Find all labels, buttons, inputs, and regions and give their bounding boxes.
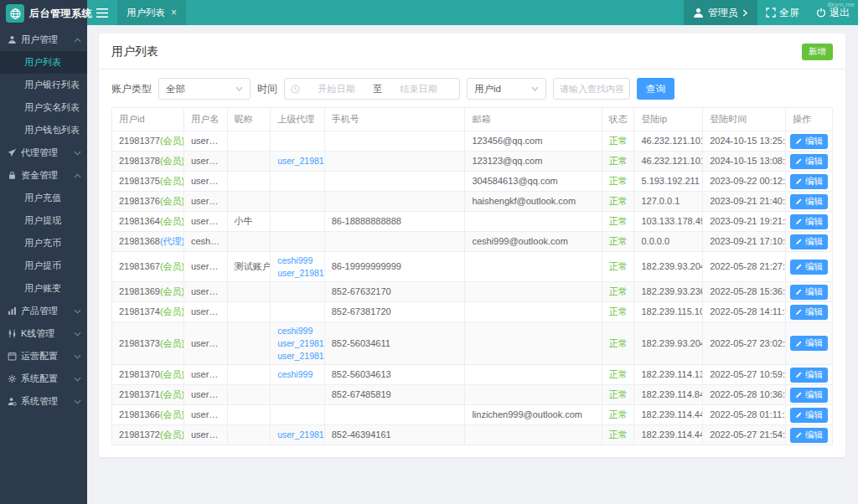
user-table-body: 21981377(会员)user_21981...123456@qq.com正常… <box>112 131 833 445</box>
sidebar-item-user-wallet-list[interactable]: 用户钱包列表 <box>0 119 87 141</box>
add-button[interactable]: 新增 <box>802 44 833 60</box>
page-title: 用户列表 <box>111 44 158 59</box>
agent-link[interactable]: user_21981367 <box>277 350 318 363</box>
cell-nickname: 小牛 <box>227 212 271 232</box>
status-badge: 正常 <box>609 156 628 166</box>
edit-button[interactable]: 编辑 <box>790 336 828 351</box>
fullscreen-button[interactable]: 全屏 <box>757 0 808 25</box>
close-icon[interactable]: × <box>171 8 177 18</box>
sidebar-item-user-deposit[interactable]: 用户充值 <box>0 187 87 209</box>
cell-phone: 852-67485819 <box>324 385 465 405</box>
sidebar-item-user-list[interactable]: 用户列表 <box>0 51 87 74</box>
cell-email: linzichen999@outlook.com <box>465 405 602 425</box>
search-field-select[interactable]: 用户id <box>467 78 546 100</box>
sidebar-item-system-management[interactable]: 系统管理 <box>0 390 87 413</box>
cell-parent-agent: ceshi999user_21981370user_21981367 <box>271 322 325 365</box>
sidebar-item-funds-management[interactable]: 资金管理 <box>0 164 87 187</box>
edit-button[interactable]: 编辑 <box>790 428 828 443</box>
sidebar-item-label: 产品管理 <box>21 305 70 317</box>
sidebar-item-user-account-change[interactable]: 用户账变 <box>0 277 87 300</box>
cell-username: user_21981... <box>184 282 228 302</box>
edit-button[interactable]: 编辑 <box>790 234 828 249</box>
sidebar-item-user-coin-deposit[interactable]: 用户充币 <box>0 232 87 255</box>
account-type-value: 全部 <box>166 83 185 95</box>
chevron-up-icon <box>74 173 81 178</box>
cell-username: user_21981... <box>184 131 228 152</box>
column-header: 手机号 <box>324 108 465 131</box>
account-type-select[interactable]: 全部 <box>158 78 251 100</box>
agent-link[interactable]: ceshi999 <box>277 255 318 267</box>
edit-button[interactable]: 编辑 <box>790 368 828 383</box>
admin-menu[interactable]: 管理员 <box>684 0 757 25</box>
cell-email: 304584613@qq.com <box>465 172 602 192</box>
time-label: 时间 <box>257 82 277 96</box>
cell-actions: 编辑 <box>786 282 833 302</box>
cell-username: user_21981... <box>184 252 228 282</box>
sidebar-item-user-management[interactable]: 用户管理 <box>0 28 87 51</box>
cell-nickname <box>227 385 271 405</box>
edit-button[interactable]: 编辑 <box>790 174 828 189</box>
cell-login-time: 2022-05-28 01:11:20 <box>703 405 786 425</box>
sidebar-item-label: 资金管理 <box>21 169 70 182</box>
sidebar-item-kline-management[interactable]: K线管理 <box>0 322 87 345</box>
cell-login-time: 2022-05-27 21:54:20 <box>703 425 786 445</box>
chevron-down-icon <box>74 354 81 359</box>
cell-nickname <box>227 282 271 302</box>
agent-link[interactable]: user_21981370 <box>277 337 318 350</box>
search-input[interactable] <box>553 78 630 100</box>
sidebar-item-label: 运营配置 <box>21 350 70 363</box>
status-badge: 正常 <box>609 261 628 271</box>
sidebar-item-label: 系统配置 <box>21 373 70 385</box>
sidebar-item-user-coin-withdraw[interactable]: 用户提币 <box>0 255 87 277</box>
cell-login-ip: 182.239.114.135 <box>634 365 703 385</box>
agent-link[interactable]: user_21981366 <box>277 429 318 441</box>
tab-user-list[interactable]: 用户列表 × <box>117 0 187 25</box>
sidebar-item-user-bank-list[interactable]: 用户银行列表 <box>0 74 87 96</box>
cell-nickname: 测试账户 <box>227 252 271 282</box>
sidebar-item-label: 系统管理 <box>21 395 70 408</box>
agent-link[interactable]: ceshi999 <box>277 325 318 337</box>
edit-button[interactable]: 编辑 <box>790 260 828 275</box>
cell-actions: 编辑 <box>786 172 833 192</box>
date-range-picker[interactable]: 开始日期 至 结束日期 <box>284 78 460 100</box>
status-badge: 正常 <box>609 429 628 440</box>
table-row: 21981369(会员)user_21981...852-67632170正常1… <box>112 282 833 302</box>
top-header: 用户列表 × 管理员 全屏 退出 8kym.me <box>87 0 858 25</box>
agent-link[interactable]: ceshi999 <box>277 368 318 381</box>
cell-actions: 编辑 <box>786 192 833 212</box>
cell-phone <box>324 232 465 252</box>
agent-link[interactable]: user_21981377 <box>277 155 318 167</box>
start-date-placeholder: 开始日期 <box>302 83 371 95</box>
sidebar-item-user-realname-list[interactable]: 用户实名列表 <box>0 96 87 119</box>
cell-nickname <box>227 405 271 425</box>
edit-button[interactable]: 编辑 <box>790 388 828 403</box>
clock-icon <box>291 85 300 94</box>
cell-phone <box>324 405 465 425</box>
cell-phone: 852-56034613 <box>324 365 465 385</box>
sidebar-item-operation-config[interactable]: 运营配置 <box>0 345 87 368</box>
table-row: 21981373(会员)user_21981...ceshi999user_21… <box>112 322 833 365</box>
cell-username: user_21981... <box>184 385 228 405</box>
edit-button[interactable]: 编辑 <box>790 154 828 169</box>
sidebar-item-system-config[interactable]: 系统配置 <box>0 368 87 390</box>
edit-button[interactable]: 编辑 <box>790 214 828 229</box>
search-button[interactable]: 查询 <box>637 78 675 100</box>
edit-button[interactable]: 编辑 <box>790 194 828 209</box>
edit-button[interactable]: 编辑 <box>790 134 828 149</box>
cell-login-time: 2024-10-15 13:08:12 <box>703 152 786 172</box>
cell-status: 正常 <box>602 302 634 322</box>
edit-button[interactable]: 编辑 <box>790 305 828 320</box>
agent-link[interactable]: user_21981370 <box>277 267 318 280</box>
app-title: 后台管理系统 <box>29 7 92 21</box>
sidebar-item-user-withdraw[interactable]: 用户提现 <box>0 209 87 232</box>
edit-button[interactable]: 编辑 <box>790 285 828 300</box>
edit-button[interactable]: 编辑 <box>790 408 828 423</box>
sidebar-item-product-management[interactable]: 产品管理 <box>0 300 87 322</box>
operation-icon <box>8 352 17 361</box>
cell-login-ip: 103.133.178.49 <box>634 212 703 232</box>
cell-email <box>465 322 602 365</box>
cell-email <box>465 302 602 322</box>
cell-phone <box>324 172 465 192</box>
sidebar-item-agent-management[interactable]: 代理管理 <box>0 141 87 164</box>
cell-email: haishengkf@outlook.com <box>465 192 602 212</box>
